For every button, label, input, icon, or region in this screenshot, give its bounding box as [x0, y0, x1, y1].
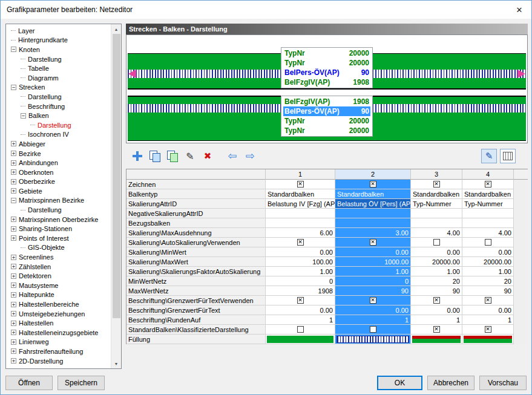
tree-item-oberknoten[interactable]: +Oberknoten: [6, 168, 111, 177]
unchecked-checkbox[interactable]: [433, 239, 440, 246]
skalierung-minwert-col1[interactable]: 0.00: [266, 247, 335, 257]
standardbalken-klassifiziertedarstellung-col2[interactable]: [335, 325, 411, 335]
maxwertnetz-col4[interactable]: 90: [462, 286, 514, 296]
bezugsbalken-col3[interactable]: [411, 218, 462, 228]
skalierung-skalierungsfaktorautoskalierung-col4[interactable]: 1.00: [462, 267, 514, 276]
fill-swatch-redgreen[interactable]: [464, 336, 512, 343]
checked-checkbox[interactable]: ✕: [297, 181, 304, 188]
skalierung-skalierungsfaktorautoskalierung-col1[interactable]: 1.00: [266, 267, 335, 276]
tree-item-diagramm[interactable]: Diagramm: [6, 73, 111, 83]
negativeskalierungattrid-col4[interactable]: [462, 209, 514, 218]
tree-item-abbieger[interactable]: +Abbieger: [6, 139, 111, 149]
expand-icon[interactable]: +: [11, 226, 16, 232]
expand-icon[interactable]: +: [11, 339, 16, 345]
tree-item-umsteigebeziehungen[interactable]: +Umsteigebeziehungen: [6, 309, 111, 319]
tree-item-isochronen-iv[interactable]: Isochronen IV: [6, 130, 111, 140]
skalierungattrid-col2[interactable]: Belastung ÖV [Pers] (AP): [335, 199, 411, 209]
expand-icon[interactable]: +: [11, 321, 16, 326]
fill-swatch-stripes[interactable]: [337, 336, 409, 343]
checked-checkbox[interactable]: ✕: [370, 297, 376, 304]
tree-item-darstellung[interactable]: Darstellung: [6, 205, 111, 215]
expand-icon[interactable]: +: [11, 348, 16, 354]
unchecked-checkbox[interactable]: [485, 239, 491, 246]
skalierung-maxwert-col2[interactable]: 1000.00: [335, 257, 411, 267]
balkentyp-col1[interactable]: Standardbalken: [266, 189, 335, 199]
copy-icon[interactable]: [147, 149, 163, 163]
tree-item-zählstellen[interactable]: +Zählstellen: [6, 262, 111, 272]
expand-icon[interactable]: +: [11, 179, 16, 184]
standardbalken-klassifiziertedarstellung-col3[interactable]: ✕: [411, 325, 462, 335]
skalierung-maxausdehnung-col4[interactable]: 4.00: [462, 228, 514, 238]
tree-item-strecken[interactable]: −Strecken: [6, 83, 111, 93]
expand-icon[interactable]: +: [11, 141, 16, 146]
checked-checkbox[interactable]: ✕: [297, 239, 304, 246]
maxwertnetz-col1[interactable]: 1908: [266, 286, 335, 296]
balkentyp-col2[interactable]: Standardbalken: [335, 189, 411, 199]
skalierung-autoskalierungverwenden-col1[interactable]: ✕: [266, 238, 335, 247]
zeichnen-col4[interactable]: ✕: [462, 180, 514, 189]
beschriftung-grenzwertfürtext-col2[interactable]: 0.00: [335, 305, 411, 315]
checked-checkbox[interactable]: ✕: [485, 181, 491, 188]
skalierung-minwert-col2[interactable]: 0.00: [335, 247, 411, 257]
beschriftung-grenzwertfürtextverwenden-col1[interactable]: ✕: [266, 296, 335, 305]
unchecked-checkbox[interactable]: [370, 326, 376, 333]
tree-item-fahrstreifenaufteilung[interactable]: +Fahrstreifenaufteilung: [6, 347, 111, 356]
skalierung-maxwert-col1[interactable]: 100.00: [266, 257, 335, 267]
beschriftung-grenzwertfürtext-col4[interactable]: 0.00: [462, 305, 514, 315]
expand-icon[interactable]: +: [11, 311, 16, 316]
tree-item-linienweg[interactable]: +Linienweg: [6, 338, 111, 347]
tree-item-haltestellen[interactable]: +Haltestellen: [6, 318, 111, 328]
skalierung-skalierungsfaktorautoskalierung-col3[interactable]: 1.00: [411, 267, 462, 276]
fill-swatch-redgreen[interactable]: [412, 336, 461, 343]
maxwertnetz-col3[interactable]: 90: [411, 286, 462, 296]
expand-icon[interactable]: +: [11, 151, 16, 156]
tree-item-balken[interactable]: −Balken: [6, 111, 111, 120]
expand-icon[interactable]: +: [11, 217, 16, 222]
checked-checkbox[interactable]: ✕: [370, 181, 376, 188]
expand-icon[interactable]: +: [11, 235, 16, 241]
skalierung-autoskalierungverwenden-col3[interactable]: [411, 238, 462, 247]
expand-icon[interactable]: +: [11, 264, 16, 269]
collapse-icon[interactable]: −: [11, 85, 16, 90]
collapse-icon[interactable]: −: [11, 198, 16, 203]
expand-icon[interactable]: +: [11, 358, 16, 364]
edit-graphic-icon[interactable]: [481, 149, 497, 163]
tree-item-darstellung[interactable]: Darstellung: [6, 120, 111, 130]
save-button[interactable]: Speichern: [57, 376, 105, 390]
zeichnen-col1[interactable]: ✕: [266, 180, 335, 189]
unchecked-checkbox[interactable]: [297, 326, 304, 333]
fill-swatch-green[interactable]: [267, 336, 333, 343]
tree-item-anbindungen[interactable]: +Anbindungen: [6, 158, 111, 168]
beschriftung-grenzwertfürtextverwenden-col2[interactable]: ✕: [335, 296, 411, 305]
skalierung-maxausdehnung-col2[interactable]: 3.00: [335, 228, 411, 238]
close-icon[interactable]: ✕: [507, 1, 531, 19]
delete-icon[interactable]: [200, 149, 215, 163]
skalierungattrid-col3[interactable]: Typ-Nummer: [411, 199, 462, 209]
cancel-button[interactable]: Abbrechen: [427, 376, 475, 390]
skalierung-autoskalierungverwenden-col4[interactable]: [462, 238, 514, 247]
column-header-4[interactable]: 4: [462, 169, 514, 180]
tree-item-2d-darstellung[interactable]: +2D-Darstellung: [6, 356, 111, 366]
expand-icon[interactable]: +: [11, 160, 16, 166]
expand-icon[interactable]: +: [11, 255, 16, 260]
tree-item-layer[interactable]: Layer: [6, 26, 111, 36]
standardbalken-klassifiziertedarstellung-col1[interactable]: [266, 325, 335, 335]
bezugsbalken-col4[interactable]: [462, 218, 514, 228]
collapse-icon[interactable]: −: [21, 113, 26, 119]
scroll-down-icon[interactable]: ▼: [111, 359, 121, 368]
tree-item-points-of-interest[interactable]: +Points of Interest: [6, 233, 111, 243]
skalierung-maxwert-col4[interactable]: 20000.00: [462, 257, 514, 267]
expand-icon[interactable]: +: [11, 292, 16, 298]
expand-icon[interactable]: +: [11, 188, 16, 194]
bezugsbalken-col2[interactable]: [335, 218, 411, 228]
tree-item-tabelle[interactable]: Tabelle: [6, 64, 111, 73]
minwertnetz-col4[interactable]: 20: [462, 276, 514, 286]
minwertnetz-col3[interactable]: 20: [411, 276, 462, 286]
beschriftung-grenzwertfürtextverwenden-col3[interactable]: ✕: [411, 296, 462, 305]
beschriftung-rundenauf-col1[interactable]: 1: [266, 315, 335, 325]
minwertnetz-col1[interactable]: 0: [266, 276, 335, 286]
balkentyp-col4[interactable]: Standardbalken: [462, 189, 514, 199]
expand-icon[interactable]: +: [11, 330, 16, 335]
checked-checkbox[interactable]: ✕: [433, 297, 440, 304]
collapse-icon[interactable]: −: [11, 47, 16, 52]
